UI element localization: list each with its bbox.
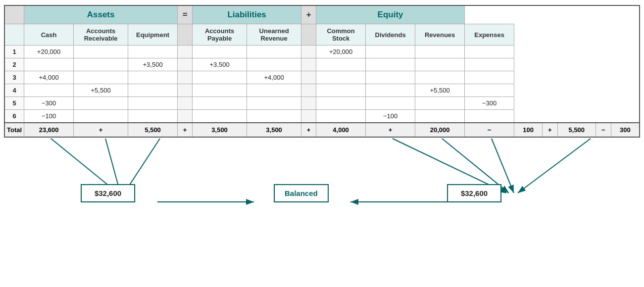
table-row: 5 −300 −300 <box>4 97 640 110</box>
totals-row: Total 23,600 + 5,500 + 3,500 3,500 + 4,0… <box>4 123 640 137</box>
row-2-exp <box>465 58 514 71</box>
accounting-table: Assets = Liabilities + Equity Cash Accou… <box>4 5 640 138</box>
row-6-equip <box>128 110 178 123</box>
total-op1: + <box>74 123 128 137</box>
row-1-exp <box>465 46 514 58</box>
row-1-ap <box>193 46 247 58</box>
right-result-box: $32,600 <box>447 184 501 202</box>
row-1-ar <box>74 46 128 58</box>
row-2-equip: +3,500 <box>128 58 178 71</box>
row-6-div: −100 <box>366 110 415 123</box>
left-result-box: $32,600 <box>81 184 135 202</box>
row-6-sep2 <box>301 110 316 123</box>
row-6-ur <box>247 110 301 123</box>
row-3-rev <box>415 71 465 84</box>
row-2-sep <box>178 58 193 71</box>
row-5-ar <box>74 97 128 110</box>
sub-equip: Equipment <box>128 24 178 46</box>
row-1-sep <box>178 46 193 58</box>
row-4-exp <box>465 84 514 97</box>
total-cash: 23,600 <box>24 123 74 137</box>
row-5-exp: −300 <box>465 97 514 110</box>
row-3-num: 3 <box>4 71 24 84</box>
row-1-cash: +20,000 <box>24 46 74 58</box>
row-3-equip <box>128 71 178 84</box>
sub-rownum <box>4 24 24 46</box>
row-4-sep <box>178 84 193 97</box>
row-2-sep2 <box>301 58 316 71</box>
balanced-box: Balanced <box>274 184 329 202</box>
row-2-div <box>366 58 415 71</box>
row-6-rev <box>415 110 465 123</box>
table-row: 2 +3,500 +3,500 <box>4 58 640 71</box>
plus-header: + <box>301 5 316 24</box>
assets-header: Assets <box>24 5 178 24</box>
row-5-cash: −300 <box>24 97 74 110</box>
row-5-rev <box>415 97 465 110</box>
row-4-cs <box>316 84 366 97</box>
equals-header: = <box>178 5 193 24</box>
equity-header: Equity <box>316 5 465 24</box>
total-exp: 300 <box>611 123 640 137</box>
row-1-rev <box>415 46 465 58</box>
row-3-sep2 <box>301 71 316 84</box>
svg-line-7 <box>518 139 591 193</box>
bottom-section: $32,600 Balanced $32,600 <box>4 138 640 214</box>
row-6-sep <box>178 110 193 123</box>
row-3-ar <box>74 71 128 84</box>
row-6-ar <box>74 110 128 123</box>
row-1-ur <box>247 46 301 58</box>
total-op3: + <box>301 123 316 137</box>
row-2-ar <box>74 58 128 71</box>
total-op2: + <box>178 123 193 137</box>
main-container: Assets = Liabilities + Equity Cash Accou… <box>0 0 644 214</box>
row-5-equip <box>128 97 178 110</box>
total-equip: 3,500 <box>193 123 247 137</box>
row-4-ar: +5,500 <box>74 84 128 97</box>
row-2-num: 2 <box>4 58 24 71</box>
row-2-cash <box>24 58 74 71</box>
row-6-exp <box>465 110 514 123</box>
row-3-sep <box>178 71 193 84</box>
row-1-cs: +20,000 <box>316 46 366 58</box>
row-2-cs <box>316 58 366 71</box>
row-4-num: 4 <box>4 84 24 97</box>
sub-ap: Accounts Payable <box>193 24 247 46</box>
total-op7: − <box>595 123 611 137</box>
total-div: 100 <box>514 123 543 137</box>
row-3-div <box>366 71 415 84</box>
total-rev: 5,500 <box>557 123 595 137</box>
row-2-ur <box>247 58 301 71</box>
row-1-div <box>366 46 415 58</box>
row-4-ur <box>247 84 301 97</box>
row-3-cs <box>316 71 366 84</box>
row-5-ur <box>247 97 301 110</box>
row-6-cash: −100 <box>24 110 74 123</box>
sub-cs: Common Stock <box>316 24 366 46</box>
total-ap: 3,500 <box>247 123 301 137</box>
table-row: 1 +20,000 +20,000 <box>4 46 640 58</box>
row-4-div <box>366 84 415 97</box>
row-2-ap: +3,500 <box>193 58 247 71</box>
row-num-header <box>4 5 24 24</box>
sub-sep1 <box>178 24 193 46</box>
total-ur: 4,000 <box>316 123 366 137</box>
table-row: 4 +5,500 +5,500 <box>4 84 640 97</box>
row-5-sep <box>178 97 193 110</box>
liabilities-header: Liabilities <box>193 5 301 24</box>
row-6-cs <box>316 110 366 123</box>
sub-rev: Revenues <box>415 24 465 46</box>
row-4-equip <box>128 84 178 97</box>
row-4-sep2 <box>301 84 316 97</box>
sub-ur: Unearned Revenue <box>247 24 301 46</box>
row-3-exp <box>465 71 514 84</box>
row-2-rev <box>415 58 465 71</box>
row-1-num: 1 <box>4 46 24 58</box>
sub-div: Dividends <box>366 24 415 46</box>
table-row: 6 −100 −100 <box>4 110 640 123</box>
row-1-sep2 <box>301 46 316 58</box>
row-1-equip <box>128 46 178 58</box>
row-5-num: 5 <box>4 97 24 110</box>
row-3-cash: +4,000 <box>24 71 74 84</box>
row-3-ur: +4,000 <box>247 71 301 84</box>
